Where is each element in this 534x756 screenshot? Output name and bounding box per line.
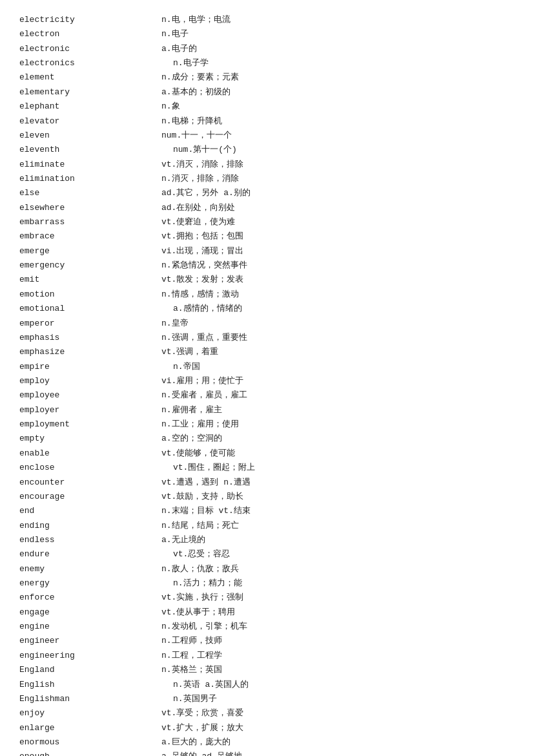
word: embarrass — [19, 215, 161, 229]
table-row: elephantn.象 — [19, 100, 515, 114]
definition: a.足够的 ad.足够地 — [161, 750, 515, 756]
table-row: encountervt.遭遇，遇到 n.遭遇 — [19, 476, 515, 490]
table-row: employern.雇佣者，雇主 — [19, 403, 515, 417]
table-row: emperorn.皇帝 — [19, 317, 515, 331]
definition: n.电子 — [161, 27, 515, 41]
word: emit — [19, 273, 161, 287]
table-row: emergevi.出现，涌现；冒出 — [19, 244, 515, 258]
table-row: endingn.结尾，结局；死亡 — [19, 519, 515, 533]
word: electronics — [19, 56, 161, 70]
definition: a.基本的；初级的 — [161, 85, 515, 100]
definition: n.活力；精力；能 — [161, 576, 515, 591]
table-row: empiren.帝国 — [19, 360, 515, 374]
table-row: Englishmann.英国男子 — [19, 692, 515, 706]
word: enforce — [19, 591, 161, 605]
table-row: endn.末端；目标 vt.结束 — [19, 504, 515, 518]
table-row: eleventhnum.第十一(个) — [19, 143, 515, 157]
word: enable — [19, 446, 161, 461]
definition: n.电，电学；电流 — [161, 13, 515, 27]
word: enjoy — [19, 706, 161, 720]
definition: n.发动机，引擎；机车 — [161, 620, 515, 634]
definition: vt.享受；欣赏，喜爱 — [161, 706, 515, 720]
table-row: employmentn.工业；雇用；使用 — [19, 417, 515, 432]
table-row: emotionala.感情的，情绪的 — [19, 302, 515, 316]
definition: n.情感，感情；激动 — [161, 288, 515, 302]
table-row: emphasisn.强调，重点，重要性 — [19, 331, 515, 345]
word: emotional — [19, 302, 161, 316]
table-row: elevennum.十一，十一个 — [19, 129, 515, 143]
table-row: Englishn.英语 a.英国人的 — [19, 678, 515, 692]
definition: num.第十一(个) — [161, 143, 515, 157]
word: embrace — [19, 229, 161, 244]
table-row: endurevt.忍受；容忍 — [19, 547, 515, 562]
word: emphasis — [19, 331, 161, 345]
word: ending — [19, 519, 161, 533]
word: emergency — [19, 258, 161, 273]
word: enough — [19, 750, 161, 756]
word: employer — [19, 403, 161, 417]
word: emerge — [19, 244, 161, 258]
definition: n.帝国 — [161, 360, 515, 374]
definition: a.电子的 — [161, 42, 515, 56]
definition: ad.在别处，向别处 — [161, 201, 515, 215]
definition: vi.出现，涌现；冒出 — [161, 244, 515, 258]
word: elevator — [19, 114, 161, 129]
word: end — [19, 504, 161, 518]
word: English — [19, 678, 161, 692]
word: engineer — [19, 634, 161, 648]
definition: a.空的；空洞的 — [161, 432, 515, 446]
word: elephant — [19, 100, 161, 114]
table-row: emotionn.情感，感情；激动 — [19, 288, 515, 302]
word: eliminate — [19, 158, 161, 172]
word: eleven — [19, 129, 161, 143]
word: emotion — [19, 288, 161, 302]
definition: num.十一，十一个 — [161, 129, 515, 143]
word: elementary — [19, 85, 161, 100]
definition: vt.散发；发射；发表 — [161, 273, 515, 287]
table-row: electronica.电子的 — [19, 42, 515, 56]
definition: n.强调，重点，重要性 — [161, 331, 515, 345]
table-row: energyn.活力；精力；能 — [19, 576, 515, 591]
definition: n.紧急情况，突然事件 — [161, 258, 515, 273]
table-row: employeen.受雇者，雇员，雇工 — [19, 388, 515, 403]
word: enormous — [19, 735, 161, 750]
dictionary-list: electricityn.电，电学；电流electronn.电子electron… — [19, 13, 515, 756]
table-row: employvi.雇用；用；使忙于 — [19, 374, 515, 388]
word: enclose — [19, 461, 161, 475]
word: energy — [19, 576, 161, 591]
word: empty — [19, 432, 161, 446]
definition: n.象 — [161, 100, 515, 114]
definition: vt.使从事于；聘用 — [161, 605, 515, 620]
table-row: electronicsn.电子学 — [19, 56, 515, 70]
definition: vt.强调，着重 — [161, 345, 515, 359]
table-row: elementarya.基本的；初级的 — [19, 85, 515, 100]
table-row: eliminationn.消灭，排除，消除 — [19, 172, 515, 186]
definition: n.雇佣者，雇主 — [161, 403, 515, 417]
word: elsewhere — [19, 201, 161, 215]
table-row: enablevt.使能够，使可能 — [19, 446, 515, 461]
definition: vt.拥抱；包括；包围 — [161, 229, 515, 244]
table-row: enougha.足够的 ad.足够地 — [19, 750, 515, 756]
word: encourage — [19, 490, 161, 504]
definition: n.消灭，排除，消除 — [161, 172, 515, 186]
word: Englishman — [19, 692, 161, 706]
word: engine — [19, 620, 161, 634]
table-row: emitvt.散发；发射；发表 — [19, 273, 515, 287]
definition: a.无止境的 — [161, 533, 515, 547]
table-row: elsewheread.在别处，向别处 — [19, 201, 515, 215]
definition: n.工程，工程学 — [161, 649, 515, 663]
word: emphasize — [19, 345, 161, 359]
table-row: elsead.其它，另外 a.别的 — [19, 186, 515, 200]
table-row: endlessa.无止境的 — [19, 533, 515, 547]
word: employee — [19, 388, 161, 403]
definition: vt.扩大，扩展；放大 — [161, 721, 515, 735]
word: elimination — [19, 172, 161, 186]
table-row: elevatorn.电梯；升降机 — [19, 114, 515, 129]
definition: n.皇帝 — [161, 317, 515, 331]
word: enemy — [19, 562, 161, 576]
word: electron — [19, 27, 161, 41]
table-row: enormousa.巨大的，庞大的 — [19, 735, 515, 750]
definition: vt.围住，圈起；附上 — [161, 461, 515, 475]
definition: n.电子学 — [161, 56, 515, 70]
table-row: emptya.空的；空洞的 — [19, 432, 515, 446]
